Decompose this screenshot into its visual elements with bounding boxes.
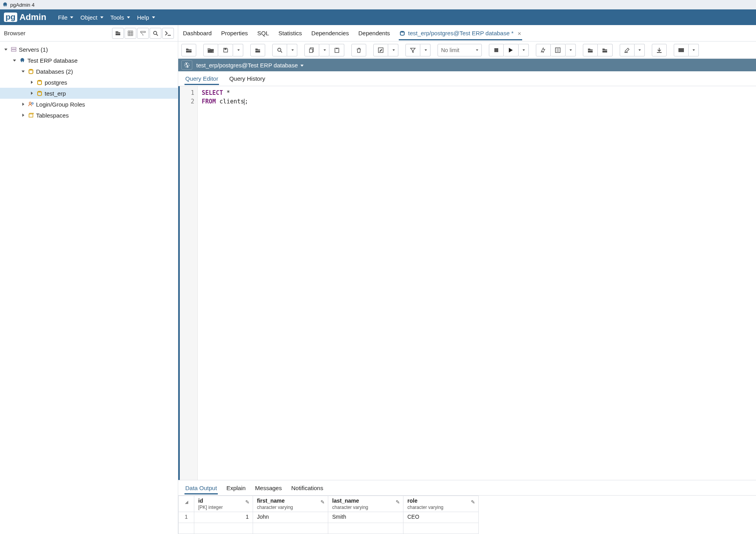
cell-role[interactable]: CEO	[403, 512, 479, 523]
save-dropdown[interactable]	[233, 44, 243, 56]
copy-dropdown[interactable]	[319, 44, 329, 56]
tab-notifications[interactable]: Notifications	[290, 482, 324, 494]
tab-data-output[interactable]: Data Output	[184, 482, 218, 494]
col-header-lastname[interactable]: last_namecharacter varying ✎	[328, 496, 403, 512]
window-title: pgAdmin 4	[10, 2, 34, 8]
titlebar: pgAdmin 4	[0, 0, 756, 9]
svg-rect-21	[309, 49, 313, 52]
macros-icon[interactable]	[674, 44, 689, 56]
tab-dashboard[interactable]: Dashboard	[182, 26, 212, 40]
tree-login-roles[interactable]: Login/Group Roles	[0, 99, 178, 110]
tree-databases[interactable]: Databases (2)	[0, 66, 178, 77]
svg-point-12	[38, 80, 42, 81]
save-icon[interactable]	[218, 44, 233, 56]
menu-file[interactable]: File	[58, 14, 73, 21]
psql-icon[interactable]	[162, 28, 174, 39]
content: Dashboard Properties SQL Statistics Depe…	[178, 25, 756, 534]
tab-dependents[interactable]: Dependents	[358, 26, 391, 40]
close-icon[interactable]: ✕	[517, 31, 521, 36]
explain-analyze-icon[interactable]	[551, 44, 566, 56]
tree: Servers (1) Test ERP database Databases …	[0, 42, 178, 123]
tab-query-history[interactable]: Query History	[228, 72, 266, 85]
tab-statistics[interactable]: Statistics	[278, 26, 303, 40]
explain-icon[interactable]	[536, 44, 551, 56]
clear-dropdown[interactable]	[635, 44, 645, 56]
rollback-icon[interactable]	[598, 44, 613, 56]
edit-dropdown[interactable]	[388, 44, 398, 56]
tab-query[interactable]: test_erp/postgres@Test ERP database * ✕	[399, 26, 523, 40]
table-row-empty[interactable]	[179, 523, 479, 534]
tree-server-testerp[interactable]: Test ERP database	[0, 55, 178, 66]
limit-select[interactable]: No limit	[438, 44, 482, 56]
query-editor[interactable]: 1 2 SELECT * FROM clients;	[178, 86, 756, 480]
paste-icon[interactable]	[329, 44, 344, 56]
menu-tools[interactable]: Tools	[110, 14, 130, 21]
svg-rect-23	[336, 48, 338, 49]
svg-point-13	[38, 91, 42, 92]
tab-query-editor[interactable]: Query Editor	[184, 72, 219, 85]
connection-status-icon[interactable]	[181, 60, 192, 70]
tree-db-testerp[interactable]: test_erp	[0, 88, 178, 99]
explain-dropdown[interactable]	[566, 44, 576, 56]
tab-explain[interactable]: Explain	[226, 482, 246, 494]
tab-properties[interactable]: Properties	[220, 26, 248, 40]
filter-dropdown[interactable]	[420, 44, 430, 56]
tree-servers[interactable]: Servers (1)	[0, 44, 178, 55]
download-icon[interactable]	[652, 44, 667, 56]
pencil-icon[interactable]: ✎	[320, 499, 325, 505]
cell-firstname[interactable]: John	[253, 512, 328, 523]
col-header-firstname[interactable]: first_namecharacter varying ✎	[253, 496, 328, 512]
cell-id[interactable]: 1	[194, 512, 253, 523]
main-tabs: Dashboard Properties SQL Statistics Depe…	[178, 25, 756, 42]
search-icon[interactable]	[150, 28, 161, 39]
pencil-icon[interactable]: ✎	[471, 499, 475, 505]
tree-tablespaces[interactable]: Tablespaces	[0, 110, 178, 121]
query-tool-icon[interactable]	[112, 28, 124, 39]
database-icon	[36, 91, 43, 96]
svg-point-18	[278, 48, 281, 51]
col-header-role[interactable]: rolecharacter varying ✎	[403, 496, 479, 512]
find-dropdown[interactable]	[287, 44, 297, 56]
delete-icon[interactable]	[351, 44, 366, 56]
row-number[interactable]: 1	[179, 512, 194, 523]
tab-sql[interactable]: SQL	[257, 26, 270, 40]
editor-tabs: Query Editor Query History	[178, 71, 756, 86]
connection-label[interactable]: test_erp/postgres@Test ERP database	[196, 62, 304, 69]
folder-open-icon[interactable]	[203, 44, 218, 56]
stop-icon[interactable]	[489, 44, 504, 56]
svg-point-14	[29, 102, 31, 104]
result-grid[interactable]: ◢ id[PK] integer ✎ first_namecharacter v…	[178, 496, 756, 534]
commit-icon[interactable]	[583, 44, 598, 56]
col-header-id[interactable]: id[PK] integer ✎	[194, 496, 253, 512]
macros-dropdown[interactable]	[689, 44, 699, 56]
svg-point-16	[400, 31, 404, 33]
copy-icon[interactable]	[304, 44, 319, 56]
pencil-icon[interactable]: ✎	[245, 499, 250, 505]
sql-text[interactable]: SELECT * FROM clients;	[198, 86, 756, 480]
open-file-icon[interactable]	[181, 44, 196, 56]
svg-line-7	[156, 34, 158, 36]
filter-icon[interactable]	[405, 44, 420, 56]
pencil-icon[interactable]: ✎	[396, 499, 400, 505]
connection-bar: test_erp/postgres@Test ERP database	[178, 59, 756, 71]
execute-dropdown[interactable]	[519, 44, 529, 56]
edit-icon[interactable]	[250, 44, 265, 56]
tree-db-postgres[interactable]: postgres	[0, 77, 178, 88]
edit-pencil-icon[interactable]	[373, 44, 388, 56]
tablespaces-icon	[27, 112, 34, 118]
database-icon	[27, 69, 34, 74]
find-icon[interactable]	[272, 44, 287, 56]
menu-help[interactable]: Help	[137, 14, 155, 21]
tab-messages[interactable]: Messages	[254, 482, 282, 494]
tab-dependencies[interactable]: Dependencies	[311, 26, 350, 40]
table-row[interactable]: 1 1 John Smith CEO	[179, 512, 479, 523]
menu-object[interactable]: Object	[80, 14, 103, 21]
clear-icon[interactable]	[620, 44, 635, 56]
filter-rows-icon[interactable]	[137, 28, 149, 39]
view-data-icon[interactable]	[125, 28, 136, 39]
sidebar: Browser Servers (1) Test ERP database	[0, 25, 178, 534]
svg-point-15	[32, 103, 33, 104]
grid-corner[interactable]: ◢	[179, 496, 194, 512]
execute-icon[interactable]	[504, 44, 519, 56]
cell-lastname[interactable]: Smith	[328, 512, 403, 523]
